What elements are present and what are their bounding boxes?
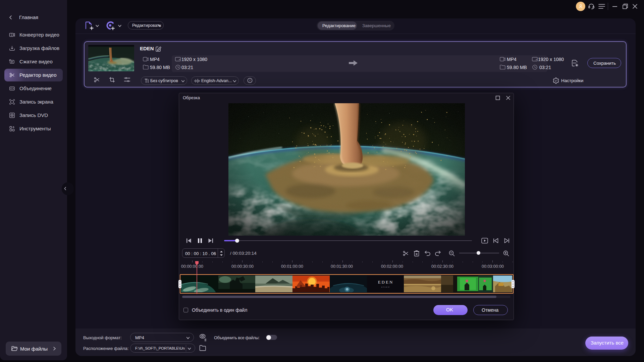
svg-text:i: i bbox=[250, 79, 251, 82]
svg-text:EDEN: EDEN bbox=[378, 280, 394, 285]
svg-text:A FILM BY: A FILM BY bbox=[381, 287, 390, 288]
